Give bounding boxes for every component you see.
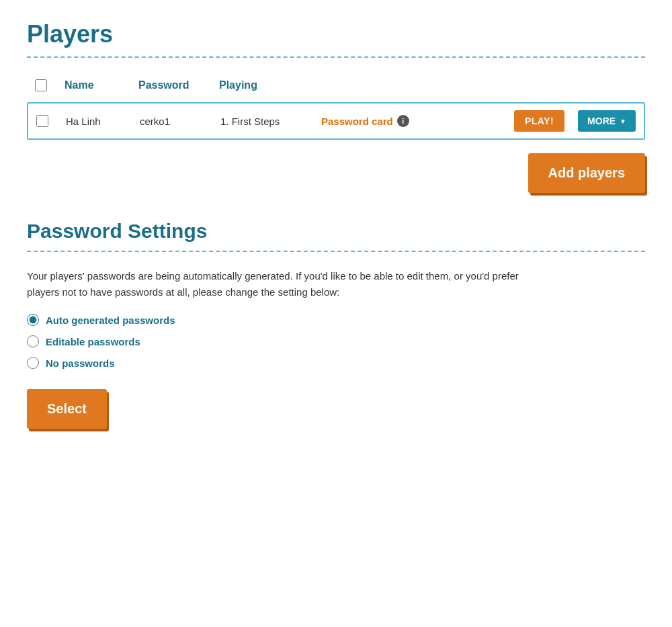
radio-no-passwords[interactable] <box>27 357 39 369</box>
password-card-label: Password card i <box>321 115 501 127</box>
radio-auto-generated[interactable] <box>27 314 39 326</box>
select-all-checkbox[interactable] <box>35 79 47 91</box>
radio-option-auto: Auto generated passwords <box>27 314 645 326</box>
more-button[interactable]: MORE ▼ <box>578 110 636 132</box>
table-header: Name Password Playing <box>27 74 645 97</box>
player-checkbox[interactable] <box>36 115 48 127</box>
col-header-playing: Playing <box>219 79 306 91</box>
password-settings-title: Password Settings <box>27 220 645 243</box>
radio-option-editable: Editable passwords <box>27 335 645 347</box>
col-header-name: Name <box>65 79 125 91</box>
player-playing: 1. First Steps <box>220 116 308 127</box>
radio-option-none: No passwords <box>27 357 645 369</box>
col-header-password: Password <box>138 79 206 91</box>
radio-none-label: No passwords <box>46 358 115 369</box>
player-row: Ha Linh cerko1 1. First Steps Password c… <box>27 102 645 140</box>
radio-group: Auto generated passwords Editable passwo… <box>27 314 645 369</box>
chevron-down-icon: ▼ <box>620 118 626 125</box>
player-checkbox-col <box>36 115 52 127</box>
password-card-text: Password card <box>321 116 393 127</box>
add-players-button[interactable]: Add players <box>528 153 645 193</box>
radio-auto-label: Auto generated passwords <box>46 315 175 326</box>
select-button[interactable]: Select <box>27 389 107 429</box>
play-button[interactable]: PLAY! <box>514 110 564 132</box>
header-checkbox-col <box>35 79 51 91</box>
more-button-label: MORE <box>587 116 616 126</box>
players-divider <box>27 56 645 58</box>
radio-editable-label: Editable passwords <box>46 336 140 347</box>
add-players-container: Add players <box>27 153 645 193</box>
info-icon[interactable]: i <box>397 115 409 127</box>
players-title: Players <box>27 20 645 48</box>
player-name: Ha Linh <box>66 116 126 127</box>
radio-editable[interactable] <box>27 335 39 347</box>
password-settings-divider <box>27 251 645 252</box>
player-password: cerko1 <box>140 116 207 127</box>
password-settings-description: Your players' passwords are being automa… <box>27 268 531 300</box>
